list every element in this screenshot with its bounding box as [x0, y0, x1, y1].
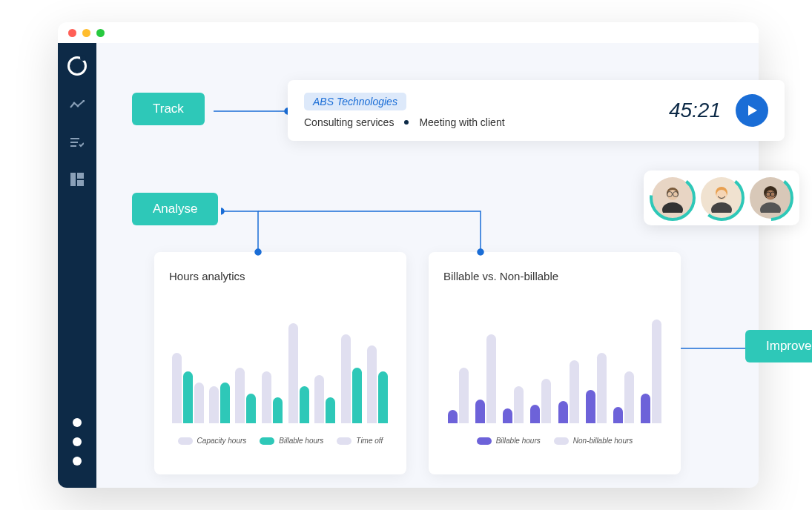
bar — [503, 408, 512, 423]
bar — [558, 401, 568, 423]
hours-chart-bars — [169, 297, 392, 423]
macos-titlebar — [58, 22, 759, 43]
bar — [246, 394, 256, 423]
bar — [341, 334, 351, 423]
tasks-nav-icon[interactable] — [70, 135, 85, 150]
bar — [300, 386, 309, 423]
bar-group — [288, 323, 310, 423]
team-avatars-card — [644, 170, 799, 225]
chart-title: Billable vs. Non-billable — [443, 270, 666, 282]
bar — [570, 360, 579, 423]
play-button[interactable] — [736, 94, 768, 127]
close-window-icon[interactable] — [68, 29, 76, 37]
bar — [597, 353, 607, 423]
bar — [514, 386, 524, 423]
legend-pill-icon — [178, 437, 193, 445]
sidebar — [58, 43, 96, 488]
bar — [613, 407, 623, 423]
legend-pill-icon — [477, 437, 492, 445]
svg-rect-8 — [77, 180, 84, 186]
bar — [624, 371, 634, 423]
hours-legend: Capacity hours Billable hours Time off — [169, 437, 392, 445]
play-icon — [745, 104, 759, 117]
track-badge: Track — [132, 93, 205, 125]
bar — [530, 405, 540, 423]
legend-label: Time off — [356, 437, 383, 445]
avatar[interactable] — [652, 177, 693, 219]
sidebar-dot[interactable] — [73, 437, 82, 446]
bar-group — [529, 379, 552, 423]
improve-badge: Improve — [745, 330, 812, 362]
bar — [367, 345, 377, 423]
svg-point-22 — [700, 176, 743, 219]
sidebar-dot[interactable] — [73, 418, 82, 427]
legend-pill-icon — [260, 437, 274, 445]
analytics-nav-icon[interactable] — [70, 98, 85, 113]
bar-group — [340, 334, 363, 423]
legend-label: Non-billable hours — [573, 437, 633, 445]
bar — [273, 397, 283, 423]
bar-group — [502, 386, 525, 423]
bar-group — [235, 368, 257, 423]
svg-rect-6 — [70, 173, 76, 186]
legend-label: Billable hours — [279, 437, 323, 445]
bar — [541, 379, 551, 423]
legend-pill-icon — [554, 437, 569, 445]
dashboard-nav-icon[interactable] — [70, 172, 85, 187]
bar — [652, 319, 661, 423]
bar-group — [640, 319, 663, 423]
separator-dot-icon — [404, 120, 409, 125]
legend-label: Billable hours — [496, 437, 541, 445]
bar — [183, 371, 193, 423]
sidebar-more — [73, 418, 82, 466]
sidebar-dot[interactable] — [73, 457, 82, 466]
bar-group — [474, 334, 497, 423]
bar-group — [613, 371, 636, 423]
time-tracker-card: ABS Technologies Consulting services Mee… — [288, 80, 785, 141]
connector-track — [214, 107, 295, 115]
bar-group — [584, 353, 607, 423]
billable-chart-bars — [443, 297, 666, 423]
minimize-window-icon[interactable] — [82, 29, 90, 37]
bar-group — [261, 371, 283, 423]
connector-improve — [681, 345, 755, 352]
avatar[interactable] — [701, 177, 742, 219]
bar — [475, 400, 485, 423]
bar — [235, 368, 245, 423]
bar — [448, 410, 458, 423]
bar — [314, 375, 324, 423]
avatar[interactable] — [750, 177, 791, 219]
bar — [220, 382, 230, 423]
svg-point-26 — [749, 176, 792, 219]
bar — [209, 386, 219, 423]
app-window: Track Analyse Improve ABS Technologies C… — [58, 22, 759, 488]
bar-group — [446, 368, 469, 423]
billable-legend: Billable hours Non-billable hours — [443, 437, 666, 445]
maximize-window-icon[interactable] — [96, 29, 105, 37]
legend-label: Capacity hours — [197, 437, 247, 445]
svg-point-11 — [221, 208, 224, 214]
bar — [378, 371, 388, 423]
bar-group — [172, 353, 204, 423]
tracker-task: Meeting with client — [419, 116, 504, 128]
billable-chart-card: Billable vs. Non-billable Billable hours… — [429, 252, 681, 474]
analyse-badge: Analyse — [132, 193, 218, 225]
bar — [194, 382, 204, 423]
app-logo-icon[interactable] — [67, 56, 87, 76]
svg-point-0 — [73, 102, 76, 105]
client-tag: ABS Technologies — [304, 93, 406, 110]
svg-rect-7 — [77, 173, 84, 179]
chart-title: Hours analytics — [169, 270, 392, 282]
bar-group — [314, 375, 336, 423]
timer-display: 45:21 — [669, 99, 721, 122]
bar — [641, 394, 650, 423]
svg-point-16 — [651, 176, 694, 219]
tracker-info: ABS Technologies Consulting services Mee… — [304, 93, 669, 128]
hours-analytics-card: Hours analytics Capacity hours Billable … — [154, 252, 406, 474]
bar — [459, 368, 469, 423]
bar — [326, 397, 335, 423]
bar — [486, 334, 496, 423]
bar — [586, 390, 595, 423]
tracker-service: Consulting services — [304, 116, 394, 128]
bar-group — [366, 345, 389, 423]
